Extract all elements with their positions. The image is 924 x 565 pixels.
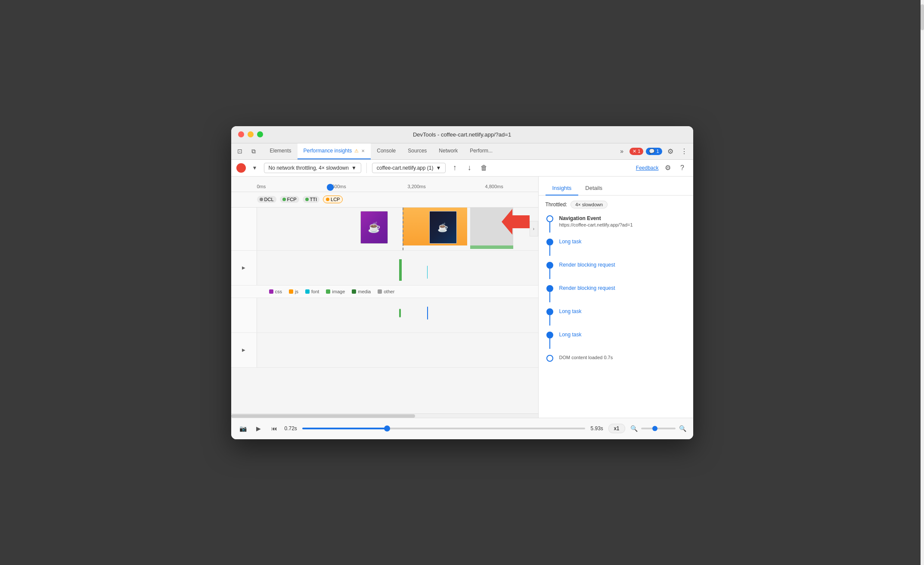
milestone-chip-tti: TTI [303,196,320,203]
tl-content-lt1: Long task [559,239,686,245]
zoom-slider-thumb[interactable] [652,426,657,431]
error-badge[interactable]: ✕ 1 [629,148,643,155]
close-button[interactable] [238,131,244,137]
tl-circle-dom [546,355,553,362]
tl-circle-nav [546,215,553,222]
render-blocking-1-link[interactable]: Render blocking request [559,262,686,268]
feedback-link[interactable]: Feedback [636,165,659,171]
help-icon[interactable]: ? [677,162,688,174]
milestone-chip-dcl: DCL [257,196,276,203]
blue-bar [427,307,428,320]
timeline-entry-navigation: Navigation Event https://coffee-cart.net… [546,215,686,233]
tl-circle-r2 [546,285,553,292]
tl-circle-lt2 [546,308,553,315]
window-title: DevTools - coffee-cart.netlify.app/?ad=1 [413,131,511,138]
screenshot-inner-2: ☕ [430,211,456,243]
network-content [257,298,538,332]
record-button[interactable] [236,163,246,173]
tab-insights[interactable]: Insights [546,181,579,196]
zoom-in-icon[interactable]: 🔍 [679,425,686,432]
media-color [352,289,356,294]
time-scrubber[interactable] [302,428,586,429]
nav-event-title: Navigation Event [559,215,686,221]
fcp-dot [282,198,286,201]
skip-to-start-button[interactable]: ⏮ [269,423,279,434]
settings-icon[interactable]: ⚙ [665,146,676,157]
tab-performance[interactable]: Perform... [464,143,499,159]
tl-connector-r2 [546,285,554,302]
delete-icon[interactable]: 🗑 [478,162,490,174]
timeline-entry-render2: Render blocking request [546,285,686,302]
dom-loaded-label: DOM content loaded 0.7s [559,355,686,360]
upload-icon[interactable]: ↑ [449,162,460,174]
timeline-entry-dom: DOM content loaded 0.7s [546,355,686,362]
chat-badge[interactable]: 💬 1 [646,148,662,155]
traffic-lights [238,131,263,137]
tab-console[interactable]: Console [371,143,402,159]
tab-sources[interactable]: Sources [402,143,433,159]
tl-connector-lt1 [546,239,554,256]
title-bar: DevTools - coffee-cart.netlify.app/?ad=1 [231,126,693,143]
scrubber-head[interactable] [327,184,334,191]
right-panel: Insights Details Throttled: 4× slowdown [538,177,693,418]
panel-tabs: Insights Details [539,177,693,196]
zoom-out-icon[interactable]: 🔍 [630,425,638,432]
tab-performance-insights[interactable]: Performance insights ⚠ ✕ [298,143,371,159]
expand-arrow[interactable]: ▶ [242,265,245,270]
zoom-controls: 🔍 🔍 [630,425,686,432]
play-button[interactable]: ▶ [254,423,264,434]
screenshot-2[interactable]: ☕ [429,211,457,244]
device-icon[interactable]: ⧉ [248,146,259,156]
screenshots-track: ☕ ☕ › [231,208,538,251]
speed-control[interactable]: x1 [608,424,625,433]
long-task-1-link[interactable]: Long task [559,239,686,245]
tab-details[interactable]: Details [578,181,609,196]
more-tabs-button[interactable]: » [617,146,627,156]
target-dropdown[interactable]: coffee-cart.netlify.app (1) ▼ [372,163,446,173]
horizontal-scrollbar[interactable] [231,413,538,418]
tab-network[interactable]: Network [433,143,464,159]
tl-connector-r1 [546,262,554,279]
dcl-dot [260,198,263,201]
hscroll-thumb[interactable] [231,414,415,418]
close-tab-icon[interactable]: ✕ [361,149,365,153]
tl-line-r1 [549,269,550,279]
long-task-3-link[interactable]: Long task [559,332,686,338]
expand-arrow-2[interactable]: ▶ [242,348,245,352]
timing-track: ▶ [231,333,538,368]
chevron-down-icon[interactable]: ▼ [249,162,260,174]
throttle-dropdown[interactable]: No network throttling, 4× slowdown ▼ [264,163,361,173]
font-color [305,289,310,294]
minimize-button[interactable] [248,131,254,137]
expand-section-button[interactable]: › [530,221,538,236]
main-thread-track: ▶ [231,251,538,286]
screenshot-1[interactable]: ☕ [360,211,388,244]
green-bar [399,309,401,317]
maximize-button[interactable] [257,131,263,137]
tab-icon-group: ⊡ ⧉ [235,146,259,156]
network-track [231,298,538,333]
timeline-area: 0ms 1,600ms 3,200ms 4,800ms DCL [231,177,538,418]
lcp-dot [326,198,329,201]
legend-media: media [352,289,371,294]
tl-connector-dom [546,355,554,362]
zoom-slider[interactable] [641,428,676,429]
time-scrubber-thumb[interactable] [384,425,390,432]
legend-js: js [289,289,298,294]
tl-connector-lt3 [546,332,554,349]
download-icon[interactable]: ↓ [464,162,475,174]
devtools-window: DevTools - coffee-cart.netlify.app/?ad=1… [231,126,693,439]
track-rows: ☕ ☕ › [231,208,538,413]
tab-elements[interactable]: Elements [264,143,298,159]
render-blocking-2-link[interactable]: Render blocking request [559,285,686,291]
cursor-icon[interactable]: ⊡ [235,146,245,156]
tl-line-lt3 [549,338,550,349]
camera-off-icon[interactable]: 📷 [238,423,248,434]
network-label [231,298,257,332]
settings-gear-icon[interactable]: ⚙ [662,162,673,174]
long-task-2-link[interactable]: Long task [559,308,686,314]
css-color [269,289,273,294]
tl-circle-lt1 [546,239,553,245]
main-thread-content [257,251,538,285]
more-options-icon[interactable]: ⋮ [679,146,690,157]
